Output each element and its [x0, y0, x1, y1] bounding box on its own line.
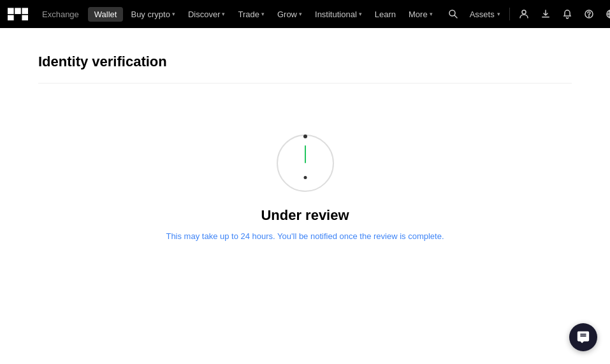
- logo[interactable]: [8, 4, 28, 24]
- chevron-down-icon: ▾: [430, 11, 433, 17]
- bell-icon-button[interactable]: [557, 4, 577, 24]
- chevron-down-icon: ▾: [222, 11, 225, 17]
- user-icon-button[interactable]: [514, 4, 534, 24]
- svg-point-10: [588, 16, 589, 17]
- page-title: Identity verification: [38, 54, 572, 70]
- navbar: Exchange Wallet Buy crypto ▾ Discover ▾ …: [0, 0, 610, 28]
- tab-wallet[interactable]: Wallet: [88, 7, 124, 22]
- review-section: Under review This may take up to 24 hour…: [38, 122, 572, 241]
- assets-button[interactable]: Assets ▾: [465, 7, 505, 22]
- nav-trade[interactable]: Trade ▾: [233, 7, 269, 22]
- nav-right-icons: Assets ▾: [443, 4, 610, 24]
- svg-rect-0: [8, 8, 14, 14]
- clock-face: [277, 135, 334, 192]
- svg-point-7: [522, 10, 526, 14]
- clock-minute-hand: [305, 145, 306, 163]
- svg-rect-3: [8, 15, 14, 20]
- tab-exchange[interactable]: Exchange: [36, 7, 85, 22]
- nav-grow[interactable]: Grow ▾: [272, 7, 307, 22]
- review-spinner: [277, 135, 334, 192]
- svg-rect-8: [542, 17, 549, 18]
- nav-discover[interactable]: Discover ▾: [183, 7, 231, 22]
- nav-learn[interactable]: Learn: [370, 7, 401, 22]
- chevron-down-icon: ▾: [497, 11, 500, 17]
- section-divider: [38, 83, 572, 84]
- chevron-down-icon: ▾: [261, 11, 265, 17]
- under-review-title: Under review: [261, 207, 349, 224]
- nav-institutional[interactable]: Institutional ▾: [310, 7, 367, 22]
- svg-rect-4: [22, 15, 28, 20]
- chevron-down-icon: ▾: [172, 11, 175, 17]
- nav-buy-crypto[interactable]: Buy crypto ▾: [126, 7, 180, 22]
- download-icon-button[interactable]: [535, 4, 556, 24]
- help-icon-button[interactable]: [579, 4, 599, 24]
- nav-divider: [509, 8, 510, 20]
- svg-rect-2: [22, 8, 28, 14]
- chevron-down-icon: ▾: [359, 11, 362, 17]
- clock-center-dot: [303, 176, 307, 179]
- under-review-subtitle: This may take up to 24 hours. You'll be …: [166, 231, 444, 241]
- chevron-down-icon: ▾: [299, 11, 302, 17]
- nav-more[interactable]: More ▾: [403, 7, 438, 22]
- svg-rect-1: [15, 8, 21, 14]
- search-button[interactable]: [443, 4, 463, 24]
- chat-button[interactable]: [569, 323, 597, 351]
- globe-icon-button[interactable]: [600, 4, 610, 24]
- main-content: Identity verification Under review This …: [0, 28, 610, 266]
- svg-line-6: [454, 15, 457, 18]
